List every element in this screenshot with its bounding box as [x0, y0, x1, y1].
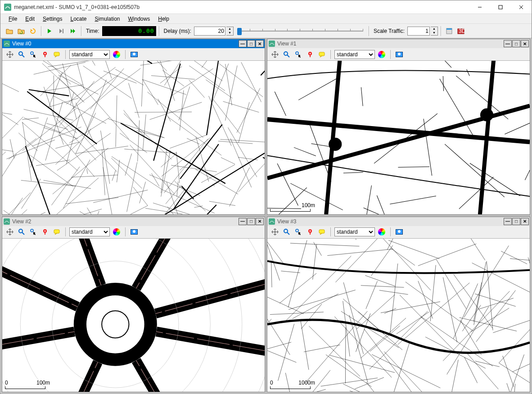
locate-button[interactable] [305, 227, 315, 237]
select-button[interactable] [293, 227, 303, 237]
menu-help[interactable]: Help [154, 15, 173, 23]
map-canvas[interactable]: 01000m [267, 239, 530, 392]
tooltip-button[interactable] [52, 227, 62, 237]
svg-line-347 [270, 312, 324, 314]
view-titlebar[interactable]: View #1 — □ ✕ [267, 39, 530, 48]
view-maximize-button[interactable]: □ [512, 40, 520, 47]
svg-line-204 [263, 157, 265, 208]
view-maximize-button[interactable]: □ [247, 218, 255, 225]
menu-locate[interactable]: Locate [67, 15, 90, 23]
locate-button[interactable] [40, 227, 50, 237]
svg-line-225 [398, 167, 429, 167]
svg-line-421 [529, 367, 530, 371]
select-button[interactable] [293, 50, 303, 59]
view-minimize-button[interactable]: — [504, 40, 512, 47]
reload-network-button[interactable] [16, 26, 27, 36]
view-minimize-button[interactable]: — [239, 40, 247, 47]
color-wheel-button[interactable] [377, 50, 387, 59]
tooltip-button[interactable] [317, 227, 327, 237]
menu-simulation[interactable]: Simulation [91, 15, 123, 23]
tooltip-button[interactable] [52, 50, 62, 59]
zoom-button[interactable] [17, 50, 27, 59]
close-button[interactable] [511, 0, 532, 14]
screenshot-button[interactable] [394, 227, 404, 237]
recenter-button[interactable] [270, 50, 280, 59]
svg-point-293 [34, 337, 36, 340]
view-minimize-button[interactable]: — [239, 218, 247, 225]
svg-line-229 [390, 196, 436, 204]
svg-line-205 [261, 61, 265, 75]
screenshot-button[interactable] [394, 50, 404, 59]
color-wheel-button[interactable] [112, 227, 122, 237]
view-title: View #0 [12, 41, 238, 47]
color-scheme-select[interactable]: standard [334, 50, 375, 59]
color-wheel-button[interactable] [377, 227, 387, 237]
map-canvas[interactable]: 0100m [2, 239, 265, 392]
delay-input[interactable] [194, 27, 225, 36]
map-canvas[interactable] [2, 61, 265, 214]
select-button[interactable] [28, 227, 38, 237]
locate-button[interactable] [305, 50, 315, 59]
svg-rect-7 [446, 28, 452, 30]
delay-slider[interactable] [237, 27, 363, 35]
locate-button[interactable] [40, 50, 50, 59]
step-button[interactable] [56, 26, 67, 36]
color-scheme-select[interactable]: standard [334, 227, 375, 236]
select-button[interactable] [28, 50, 38, 59]
menu-windows[interactable]: Windows [125, 15, 154, 23]
view-close-button[interactable]: ✕ [521, 40, 529, 47]
svg-point-314 [310, 231, 311, 232]
view-close-button[interactable]: ✕ [521, 218, 529, 225]
play-button[interactable] [44, 26, 55, 36]
svg-line-109 [63, 63, 77, 119]
view-titlebar[interactable]: View #2 — □ ✕ [2, 217, 265, 226]
screenshot-button[interactable] [129, 50, 139, 59]
zoom-button[interactable] [282, 227, 292, 237]
svg-line-48 [112, 171, 116, 181]
svg-line-168 [59, 134, 95, 177]
screenshot-button[interactable] [129, 227, 139, 237]
view-title: View #3 [277, 218, 503, 225]
view-titlebar[interactable]: View #3 — □ ✕ [267, 217, 530, 226]
reload-button[interactable] [27, 26, 38, 36]
svg-point-257 [31, 229, 33, 232]
delay-spinner[interactable]: ▲▼ [226, 27, 234, 36]
view-minimize-button[interactable]: — [504, 218, 512, 225]
recenter-button[interactable] [5, 227, 15, 237]
color-scheme-select[interactable]: standard [69, 50, 110, 59]
maximize-button[interactable] [490, 0, 511, 14]
svg-line-202 [72, 61, 152, 63]
menu-edit[interactable]: Edit [22, 15, 38, 23]
menu-settings[interactable]: Settings [39, 15, 66, 23]
svg-line-46 [152, 173, 159, 186]
recenter-button[interactable] [270, 227, 280, 237]
svg-line-370 [510, 258, 530, 264]
window-titlebar: meganet.net.xml - SUMO v1_7_0+0381-ee105… [0, 0, 532, 14]
view-settings-button[interactable] [444, 26, 455, 36]
view-maximize-button[interactable]: □ [247, 40, 255, 47]
color-wheel-button[interactable] [112, 50, 122, 59]
view-3d-button[interactable]: 3D [455, 26, 466, 36]
svg-line-63 [170, 135, 207, 149]
fast-forward-button[interactable] [68, 26, 78, 36]
scale-bar: 100m [270, 202, 315, 212]
zoom-button[interactable] [17, 227, 27, 237]
view-titlebar[interactable]: View #0 — □ ✕ [2, 39, 265, 48]
minimize-button[interactable] [469, 0, 490, 14]
scale-traffic-input[interactable] [407, 27, 430, 36]
svg-point-295 [69, 302, 72, 304]
svg-line-405 [398, 283, 469, 344]
color-scheme-select[interactable]: standard [69, 227, 110, 236]
time-label: Time: [86, 28, 99, 34]
recenter-button[interactable] [5, 50, 15, 59]
view-close-button[interactable]: ✕ [256, 40, 264, 47]
view-close-button[interactable]: ✕ [256, 218, 264, 225]
menu-file[interactable]: File [5, 15, 21, 23]
map-canvas[interactable]: 100m [267, 61, 530, 214]
open-button[interactable] [4, 26, 15, 36]
scale-traffic-spinner[interactable]: ▲▼ [431, 27, 438, 36]
svg-line-38 [158, 99, 171, 122]
zoom-button[interactable] [282, 50, 292, 59]
view-maximize-button[interactable]: □ [512, 218, 520, 225]
tooltip-button[interactable] [317, 50, 327, 59]
